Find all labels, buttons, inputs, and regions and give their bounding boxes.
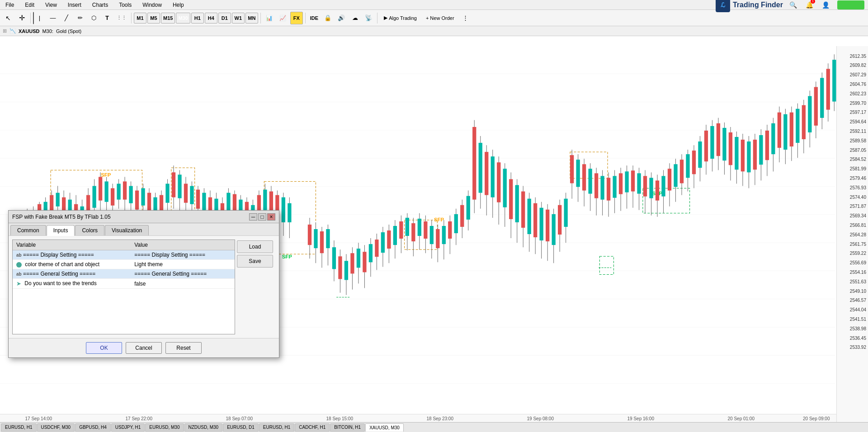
- ok-button[interactable]: OK: [86, 342, 122, 354]
- svg-rect-64: [147, 193, 151, 211]
- tf-h4[interactable]: H4: [205, 13, 217, 23]
- svg-rect-140: [387, 230, 391, 249]
- menu-insert[interactable]: Insert: [66, 1, 83, 9]
- lock-btn[interactable]: 🔒: [321, 12, 334, 24]
- row1-value: ===== Display Setting =====: [131, 250, 235, 260]
- row4-value[interactable]: false: [131, 279, 235, 289]
- menu-edit[interactable]: Edit: [23, 1, 36, 9]
- svg-rect-270: [778, 113, 781, 148]
- svg-rect-102: [263, 190, 267, 210]
- horizontal-line-tool[interactable]: —: [47, 12, 59, 24]
- cloud-btn[interactable]: ☁: [349, 12, 361, 24]
- price-2533: 2533.92: [850, 345, 866, 350]
- tf-h1[interactable]: H1: [191, 13, 204, 23]
- tab-cadchf-h1[interactable]: CADCHF, H1: [295, 423, 330, 432]
- crosshair-tool[interactable]: ✛: [15, 12, 28, 24]
- symbol-bar: ⊞ 📉 XAUUSD M30: Gold (Spot): [0, 26, 868, 36]
- menu-view[interactable]: View: [43, 1, 59, 9]
- price-2579: 2579.46: [850, 176, 866, 181]
- cursor-tool[interactable]: ↖: [2, 12, 14, 24]
- svg-rect-250: [717, 123, 720, 156]
- notification-button[interactable]: 🔔1: [803, 0, 816, 11]
- tf-mn[interactable]: MN: [245, 13, 258, 23]
- algo-trading-btn[interactable]: ▶ Algo Trading: [380, 12, 421, 24]
- row3-value: ===== General Setting =====: [131, 269, 235, 279]
- menu-tools[interactable]: Tools: [117, 1, 133, 9]
- more-btn[interactable]: ⋮: [459, 12, 472, 24]
- row2-value[interactable]: Light theme: [131, 260, 235, 269]
- row2-variable: color theme of chart and object: [13, 260, 131, 269]
- table-row[interactable]: ➤ Do you want to see the trends false: [13, 279, 235, 289]
- svg-rect-288: [832, 60, 836, 101]
- tf-m1[interactable]: M1: [134, 13, 146, 23]
- tab-bitcoin-h1[interactable]: BITCOIN, H1: [330, 423, 365, 432]
- cancel-button[interactable]: Cancel: [126, 342, 162, 354]
- load-button[interactable]: Load: [237, 240, 273, 253]
- bottom-tab-bar: EURUSD, H1 USDCHF, M30 GBPUSD, H4 USDJPY…: [0, 422, 868, 432]
- chart-icon: 📉: [9, 28, 16, 34]
- dialog-tab-visualization[interactable]: Visualization: [105, 225, 149, 235]
- menu-window[interactable]: Window: [141, 1, 164, 9]
- menu-help[interactable]: Help: [171, 1, 186, 9]
- vertical-line-tool[interactable]: |: [33, 12, 46, 24]
- trend-line-tool[interactable]: ╱: [60, 12, 73, 24]
- audio-btn[interactable]: 🔊: [335, 12, 348, 24]
- menu-file[interactable]: File: [4, 1, 16, 9]
- svg-rect-260: [747, 141, 750, 172]
- dialog-tab-colors[interactable]: Colors: [75, 225, 104, 235]
- table-row[interactable]: ab ===== General Setting ===== ===== Gen…: [13, 269, 235, 279]
- dialog-minimize-btn[interactable]: ─: [249, 213, 257, 221]
- tf-m30[interactable]: M30: [176, 13, 190, 23]
- tf-m15[interactable]: M15: [161, 13, 175, 23]
- reset-button[interactable]: Reset: [165, 342, 202, 354]
- fx-btn[interactable]: FX: [290, 12, 303, 24]
- svg-rect-132: [363, 252, 366, 272]
- account-button[interactable]: 👤: [819, 0, 832, 11]
- menu-charts[interactable]: Charts: [90, 1, 110, 9]
- tf-m5[interactable]: M5: [147, 13, 160, 23]
- indicators-btn[interactable]: 📈: [277, 12, 289, 24]
- draw-tool[interactable]: ✏: [74, 12, 86, 24]
- svg-rect-282: [814, 87, 818, 126]
- sep5: [377, 13, 377, 23]
- search-button[interactable]: 🔍: [787, 0, 799, 11]
- tab-eurusd-h1b[interactable]: EURUSD, H1: [259, 423, 295, 432]
- tab-xauusd-m30[interactable]: XAUUSD, M30: [365, 423, 404, 432]
- ide-btn[interactable]: IDE: [308, 12, 321, 24]
- dialog-tab-inputs[interactable]: Inputs: [47, 225, 75, 236]
- text-tool[interactable]: T: [101, 12, 113, 24]
- svg-rect-244: [698, 141, 702, 168]
- svg-text:SFP: SFP: [434, 217, 444, 222]
- chart-type-btn[interactable]: 📊: [263, 12, 276, 24]
- svg-rect-142: [393, 226, 397, 245]
- svg-rect-236: [674, 164, 677, 187]
- svg-rect-159: [442, 226, 446, 244]
- shapes-tool[interactable]: ⬡: [87, 12, 100, 24]
- time-axis: 17 Sep 14:00 17 Sep 22:00 18 Sep 07:00 1…: [0, 414, 836, 422]
- svg-rect-274: [790, 113, 793, 146]
- tab-eurusd-d1[interactable]: EURUSD, D1: [223, 423, 259, 432]
- fib-tool[interactable]: ⋮⋮: [114, 12, 129, 24]
- tab-usdjpy-h1[interactable]: USDJPY, H1: [111, 423, 145, 432]
- dialog-tab-common[interactable]: Common: [10, 225, 46, 235]
- tf-w1[interactable]: W1: [232, 13, 245, 23]
- tab-usdchf-m30[interactable]: USDCHF, M30: [37, 423, 75, 432]
- tab-eurusd-h1[interactable]: EURUSD, H1: [1, 423, 37, 432]
- new-order-btn[interactable]: + New Order: [422, 12, 458, 24]
- tab-gbpusd-h4[interactable]: GBPUSD, H4: [75, 423, 111, 432]
- tab-nzdusd-m30[interactable]: NZDUSD, M30: [184, 423, 223, 432]
- svg-rect-256: [735, 137, 738, 169]
- table-row[interactable]: ab ===== Display Setting ===== ===== Dis…: [13, 250, 235, 260]
- svg-rect-157: [436, 229, 439, 248]
- sep4: [305, 13, 306, 23]
- table-row[interactable]: color theme of chart and object Light th…: [13, 260, 235, 269]
- dialog-maximize-btn[interactable]: □: [258, 213, 266, 221]
- time-sep22: 17 Sep 22:00: [126, 416, 153, 421]
- tf-d1[interactable]: D1: [218, 13, 231, 23]
- signal-btn[interactable]: 📡: [362, 12, 375, 24]
- tab-eurusd-m30[interactable]: EURUSD, M30: [145, 423, 184, 432]
- row4-variable: ➤ Do you want to see the trends: [13, 279, 131, 289]
- dialog-titlebar[interactable]: FSP with Fake Break MT5 By TFlab 1.05 ─ …: [9, 211, 279, 223]
- save-button[interactable]: Save: [237, 255, 273, 268]
- dialog-close-btn[interactable]: ×: [267, 213, 275, 221]
